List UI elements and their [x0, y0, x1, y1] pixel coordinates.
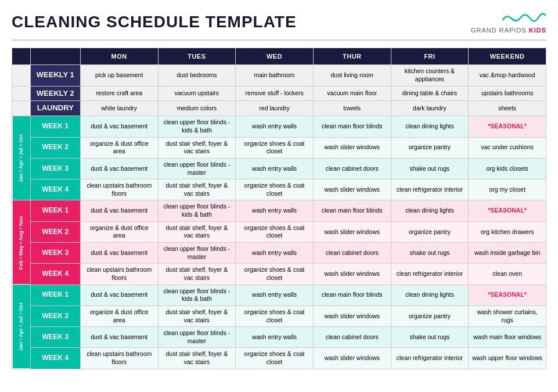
data-cell-4: clean dining lights [391, 200, 469, 221]
cell-1: vacuum upstairs [158, 86, 236, 101]
cell-1: medium colors [158, 101, 236, 116]
weekly-row-1: WEEKLY 2restore craft areavacuum upstair… [12, 86, 546, 101]
data-cell-1: clean upper floor blinds - kids & bath [158, 200, 236, 221]
data-cell-5: wash main floor windows [469, 327, 546, 348]
data-cell-5: *SEASONAL* [469, 200, 546, 221]
cell-4: kitchen counters & appliances [391, 65, 469, 86]
data-cell-2: organize shoes & coat closet [236, 264, 314, 285]
data-cell-4: organize pantry [391, 137, 469, 158]
data-cell-5: *SEASONAL* [469, 285, 546, 305]
data-cell-3: wash slider windows [313, 264, 391, 285]
data-cell-5: wash shower curtains, rugs [469, 305, 546, 326]
col-thur: THUR [313, 48, 391, 65]
season-2-week-1: WEEK 2organize & dust office areadust st… [12, 305, 546, 326]
season-0-week-2: WEEK 3dust & vac basementclean upper flo… [12, 158, 546, 179]
data-cell-3: wash slider windows [313, 305, 391, 326]
data-cell-2: organize shoes & coat closet [236, 221, 314, 242]
season-0-week-0: Jan • Apr • Jul • OctWEEK 1dust & vac ba… [12, 116, 546, 137]
data-cell-0: dust & vac basement [80, 158, 158, 179]
cell-5: upstairs bathrooms [469, 86, 546, 101]
cell-2: main bathroom [236, 65, 314, 86]
data-cell-3: wash slider windows [313, 137, 391, 158]
cell-5: sheets [469, 101, 546, 116]
season-cell [12, 86, 31, 101]
week-label: WEEK 4 [30, 179, 80, 200]
row-label: WEEKLY 2 [30, 86, 80, 101]
season-0-week-3: WEEK 4clean upstairs bathroom floorsdust… [12, 179, 546, 200]
logo-waves [500, 10, 546, 26]
data-cell-0: organize & dust office area [80, 305, 158, 326]
data-cell-1: dust stair shelf, foyer & vac stairs [158, 348, 236, 369]
logo-text: GRAND RAPIDS KIDS [471, 27, 546, 34]
data-cell-1: dust stair shelf, foyer & vac stairs [158, 305, 236, 326]
data-cell-5: wash upper floor windows [469, 348, 546, 369]
data-cell-0: dust & vac basement [80, 116, 158, 137]
season-2-week-0: Jan • Apr • Jul • OctWEEK 1dust & vac ba… [12, 285, 546, 305]
data-cell-1: clean upper floor blinds - kids & bath [158, 116, 236, 137]
page-header: CLEANING SCHEDULE TEMPLATE GRAND RAPIDS … [12, 10, 546, 41]
data-cell-0: clean upstairs bathroom floors [80, 179, 158, 200]
data-cell-0: organize & dust office area [80, 137, 158, 158]
season-header [12, 48, 31, 65]
data-cell-4: shake out rugs [391, 243, 469, 264]
season-2-week-3: WEEK 4clean upstairs bathroom floorsdust… [12, 348, 546, 369]
cell-5: vac &mop hardwood [469, 65, 546, 86]
season-1-week-2: WEEK 3dust & vac basementclean upper flo… [12, 243, 546, 264]
row-label: LAUNDRY [30, 101, 80, 116]
data-cell-3: clean main floor blinds [313, 116, 391, 137]
data-cell-1: clean upper floor blinds - master [158, 243, 236, 264]
data-cell-2: organize shoes & coat closet [236, 305, 314, 326]
data-cell-2: wash entry walls [236, 116, 314, 137]
week-label: WEEK 4 [30, 264, 80, 285]
data-cell-3: wash slider windows [313, 348, 391, 369]
data-cell-2: organize shoes & coat closet [236, 137, 314, 158]
week-label: WEEK 4 [30, 348, 80, 369]
data-cell-4: shake out rugs [391, 158, 469, 179]
data-cell-4: clean refrigerator interior [391, 264, 469, 285]
data-cell-4: clean refrigerator interior [391, 179, 469, 200]
week-label: WEEK 2 [30, 305, 80, 326]
data-cell-1: dust stair shelf, foyer & vac stairs [158, 264, 236, 285]
cell-2: remove stuff - lockers [236, 86, 314, 101]
data-cell-5: wash inside garbage bin [469, 243, 546, 264]
data-cell-3: clean cabinet doors [313, 327, 391, 348]
col-fri: FRI [391, 48, 469, 65]
logo: GRAND RAPIDS KIDS [471, 10, 546, 34]
data-cell-4: organize pantry [391, 221, 469, 242]
data-cell-1: dust stair shelf, foyer & vac stairs [158, 179, 236, 200]
cell-3: towels [313, 101, 391, 116]
week-col-header [30, 48, 80, 65]
data-cell-1: clean upper floor blinds - master [158, 327, 236, 348]
season-1-week-0: Feb • May • Aug • NovWEEK 1dust & vac ba… [12, 200, 546, 221]
data-cell-2: organize shoes & coat closet [236, 348, 314, 369]
col-weekend: WEEKEND [469, 48, 546, 65]
season-cell [12, 65, 31, 86]
cell-1: dust bedrooms [158, 65, 236, 86]
data-cell-2: organize shoes & coat closet [236, 179, 314, 200]
week-label: WEEK 3 [30, 327, 80, 348]
season-1-week-3: WEEK 4clean upstairs bathroom floorsdust… [12, 264, 546, 285]
data-cell-4: clean dining lights [391, 116, 469, 137]
week-label: WEEK 2 [30, 137, 80, 158]
data-cell-0: clean upstairs bathroom floors [80, 348, 158, 369]
data-cell-2: wash entry walls [236, 158, 314, 179]
data-cell-2: wash entry walls [236, 200, 314, 221]
data-cell-0: clean upstairs bathroom floors [80, 264, 158, 285]
cell-3: dust living room [313, 65, 391, 86]
data-cell-4: clean dining lights [391, 285, 469, 305]
data-cell-0: dust & vac basement [80, 285, 158, 305]
season-1-week-1: WEEK 2organize & dust office areadust st… [12, 221, 546, 242]
data-cell-5: org kids closets [469, 158, 546, 179]
data-cell-1: dust stair shelf, foyer & vac stairs [158, 137, 236, 158]
data-cell-0: dust & vac basement [80, 243, 158, 264]
data-cell-2: wash entry walls [236, 327, 314, 348]
data-cell-5: clean oven [469, 264, 546, 285]
page-container: CLEANING SCHEDULE TEMPLATE GRAND RAPIDS … [0, 0, 558, 380]
cell-3: vacuum main floor [313, 86, 391, 101]
data-cell-0: organize & dust office area [80, 221, 158, 242]
data-cell-3: wash slider windows [313, 179, 391, 200]
data-cell-5: org my closet [469, 179, 546, 200]
cell-0: pick up basement [80, 65, 158, 86]
row-label: WEEKLY 1 [30, 65, 80, 86]
weekly-row-2: LAUNDRYwhite laundrymedium colorsred lau… [12, 101, 546, 116]
